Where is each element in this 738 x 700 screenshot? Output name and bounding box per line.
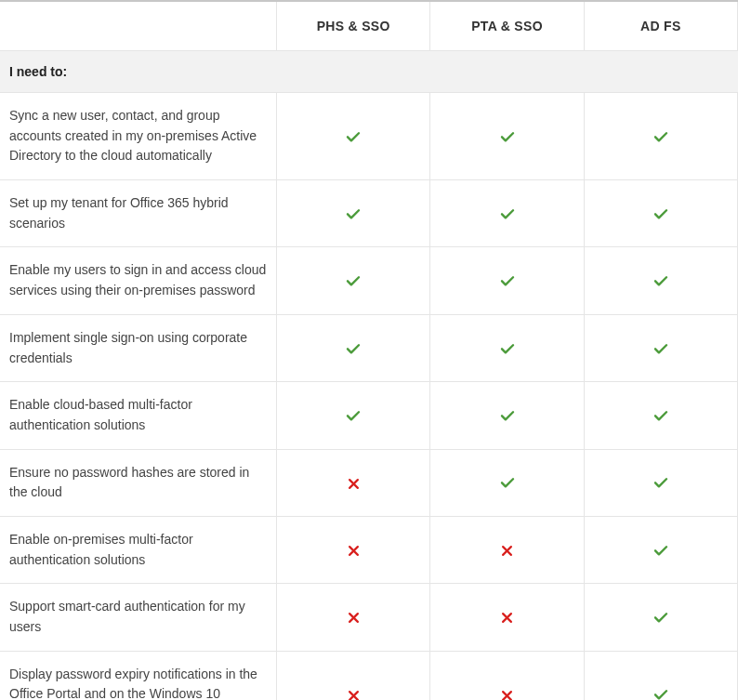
check-icon <box>499 128 516 145</box>
cell-adfs <box>584 449 737 516</box>
cell-adfs <box>584 93 737 180</box>
check-icon <box>345 407 362 424</box>
check-icon <box>652 272 669 289</box>
cell-phs <box>277 247 430 314</box>
cell-adfs <box>584 651 737 700</box>
table-row: Display password expiry notifications in… <box>0 651 738 700</box>
cell-adfs <box>584 382 737 449</box>
check-icon <box>345 128 362 145</box>
check-icon <box>652 542 669 559</box>
cross-icon <box>500 544 514 558</box>
header-blank <box>0 1 277 51</box>
cell-pta <box>430 516 584 583</box>
cell-pta <box>430 93 584 180</box>
cell-pta <box>430 314 584 381</box>
cell-adfs <box>584 314 737 381</box>
feature-cell: Sync a new user, contact, and group acco… <box>0 93 277 180</box>
cell-pta <box>430 247 584 314</box>
table-row: Set up my tenant for Office 365 hybrid s… <box>0 180 738 247</box>
cross-icon <box>500 611 514 625</box>
cross-icon <box>347 611 361 625</box>
check-icon <box>499 340 516 357</box>
table-row: Enable cloud-based multi-factor authenti… <box>0 382 738 449</box>
cell-adfs <box>584 180 737 247</box>
cell-phs <box>277 180 430 247</box>
feature-cell: Set up my tenant for Office 365 hybrid s… <box>0 180 277 247</box>
table-row: Sync a new user, contact, and group acco… <box>0 93 738 180</box>
table-row: Enable my users to sign in and access cl… <box>0 247 738 314</box>
cross-icon <box>347 689 361 700</box>
table-row: Implement single sign-on using corporate… <box>0 314 738 381</box>
check-icon <box>652 205 669 222</box>
feature-cell: Enable my users to sign in and access cl… <box>0 247 277 314</box>
cell-adfs <box>584 516 737 583</box>
check-icon <box>652 686 669 700</box>
cell-adfs <box>584 247 737 314</box>
cross-icon <box>347 544 361 558</box>
check-icon <box>345 272 362 289</box>
cell-phs <box>277 93 430 180</box>
feature-cell: Ensure no password hashes are stored in … <box>0 449 277 516</box>
check-icon <box>652 407 669 424</box>
cell-phs <box>277 449 430 516</box>
cell-phs <box>277 382 430 449</box>
col-header-pta: PTA & SSO <box>430 1 584 51</box>
cross-icon <box>347 477 361 491</box>
cell-phs <box>277 584 430 651</box>
check-icon <box>345 205 362 222</box>
comparison-table: PHS & SSO PTA & SSO AD FS I need to: Syn… <box>0 0 738 700</box>
cell-pta <box>430 449 584 516</box>
header-row: PHS & SSO PTA & SSO AD FS <box>0 1 738 51</box>
feature-cell: Implement single sign-on using corporate… <box>0 314 277 381</box>
cell-pta <box>430 382 584 449</box>
check-icon <box>499 407 516 424</box>
check-icon <box>652 474 669 491</box>
cell-pta <box>430 584 584 651</box>
col-header-phs: PHS & SSO <box>277 1 430 51</box>
check-icon <box>652 609 669 626</box>
feature-cell: Support smart-card authentication for my… <box>0 584 277 651</box>
feature-cell: Display password expiry notifications in… <box>0 651 277 700</box>
col-header-adfs: AD FS <box>584 1 737 51</box>
cell-adfs <box>584 584 737 651</box>
cell-pta <box>430 180 584 247</box>
table-row: Enable on-premises multi-factor authenti… <box>0 516 738 583</box>
table-row: Support smart-card authentication for my… <box>0 584 738 651</box>
check-icon <box>652 128 669 145</box>
cell-phs <box>277 651 430 700</box>
feature-cell: Enable on-premises multi-factor authenti… <box>0 516 277 583</box>
check-icon <box>345 340 362 357</box>
cell-phs <box>277 516 430 583</box>
feature-cell: Enable cloud-based multi-factor authenti… <box>0 382 277 449</box>
table-row: Ensure no password hashes are stored in … <box>0 449 738 516</box>
cell-pta <box>430 651 584 700</box>
check-icon <box>652 340 669 357</box>
check-icon <box>499 205 516 222</box>
section-title: I need to: <box>0 51 738 93</box>
cell-phs <box>277 314 430 381</box>
check-icon <box>499 272 516 289</box>
cross-icon <box>500 689 514 700</box>
check-icon <box>499 474 516 491</box>
section-row: I need to: <box>0 51 738 93</box>
